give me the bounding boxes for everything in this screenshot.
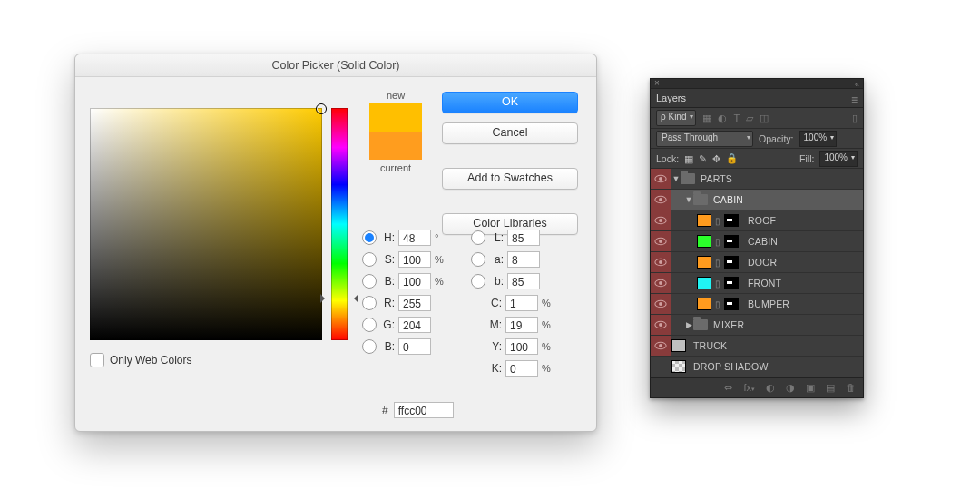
lock-all-icon[interactable]: 🔒: [726, 152, 738, 164]
dialog-title[interactable]: Color Picker (Solid Color): [75, 54, 596, 77]
only-web-colors-checkbox[interactable]: [90, 353, 104, 367]
input-g[interactable]: 204: [398, 317, 431, 333]
svg-point-3: [659, 198, 662, 201]
input-r[interactable]: 255: [398, 295, 431, 311]
disclosure-triangle[interactable]: ▼: [684, 195, 693, 204]
radio-g[interactable]: [362, 318, 377, 332]
input-l[interactable]: 85: [507, 230, 540, 246]
current-color-swatch[interactable]: [369, 132, 422, 160]
radio-a[interactable]: [471, 252, 485, 267]
fx-icon[interactable]: fx▾: [743, 382, 755, 394]
panel-grip[interactable]: × «: [651, 79, 863, 89]
lock-transparent-icon[interactable]: ▦: [684, 153, 693, 164]
input-bc[interactable]: 0: [398, 338, 431, 355]
hex-label: #: [382, 404, 388, 416]
radio-bv[interactable]: [362, 274, 377, 289]
close-icon[interactable]: ×: [654, 78, 660, 88]
visibility-toggle[interactable]: [651, 315, 671, 335]
layer-row[interactable]: ▼PARTS: [651, 169, 863, 190]
layer-row[interactable]: TRUCK: [651, 336, 863, 357]
collapse-icon[interactable]: «: [855, 80, 859, 89]
filter-toggle-icon[interactable]: ▯: [852, 113, 858, 124]
layers-panel: × « Layers ≡ ρ Kind ▦ ◐ T ▱ ◫ ▯ Pass Thr…: [650, 78, 864, 398]
layer-row[interactable]: ▯ROOF: [651, 210, 863, 231]
saturation-brightness-field[interactable]: [90, 108, 322, 340]
lock-position-icon[interactable]: ✥: [712, 153, 720, 164]
hue-slider[interactable]: [331, 108, 348, 340]
link-icon: ▯: [715, 279, 720, 289]
visibility-toggle[interactable]: [651, 273, 671, 293]
layer-row[interactable]: ▯BUMPER: [651, 294, 863, 315]
layer-name[interactable]: ROOF: [748, 215, 776, 226]
link-layers-icon[interactable]: ⇔: [724, 382, 732, 394]
blend-mode-dropdown[interactable]: Pass Through: [656, 131, 753, 147]
filter-adjust-icon[interactable]: ◐: [718, 113, 727, 124]
layer-row[interactable]: ▼CABIN: [651, 190, 863, 210]
visibility-toggle[interactable]: [651, 252, 671, 272]
color-cursor[interactable]: [316, 103, 327, 114]
layer-name[interactable]: CABIN: [748, 236, 778, 247]
layer-name[interactable]: FRONT: [748, 278, 781, 289]
radio-h[interactable]: [362, 230, 377, 245]
input-a[interactable]: 8: [507, 251, 540, 268]
visibility-toggle[interactable]: [651, 231, 671, 251]
layer-row[interactable]: ▯CABIN: [651, 231, 863, 252]
visibility-toggle[interactable]: [651, 336, 671, 356]
disclosure-triangle[interactable]: ▶: [684, 320, 693, 329]
layer-thumb: [671, 339, 686, 352]
input-b[interactable]: 85: [507, 273, 540, 289]
radio-b[interactable]: [471, 274, 485, 289]
layer-name[interactable]: DROP SHADOW: [693, 361, 769, 372]
filter-pixel-icon[interactable]: ▦: [702, 113, 711, 124]
folder-icon: [693, 194, 708, 205]
trash-icon[interactable]: 🗑: [846, 382, 856, 394]
visibility-toggle[interactable]: [651, 190, 671, 210]
filter-type-icon[interactable]: T: [733, 113, 740, 123]
hex-input[interactable]: ffcc00: [394, 402, 454, 418]
filter-shape-icon[interactable]: ▱: [746, 113, 753, 124]
input-s[interactable]: 100: [398, 251, 431, 268]
layer-name[interactable]: TRUCK: [693, 340, 727, 351]
mask-icon[interactable]: ◐: [766, 382, 775, 394]
input-c[interactable]: 1: [505, 295, 538, 311]
opacity-input[interactable]: 100%: [799, 131, 838, 147]
layer-name[interactable]: MIXER: [713, 319, 744, 330]
svg-point-11: [659, 281, 662, 285]
visibility-toggle[interactable]: [651, 357, 671, 377]
layer-row[interactable]: ▯DOOR: [651, 252, 863, 273]
layer-row[interactable]: DROP SHADOW: [651, 357, 863, 377]
filter-kind-dropdown[interactable]: ρ Kind: [656, 110, 696, 126]
lock-pixels-icon[interactable]: ✎: [699, 153, 707, 164]
filter-smart-icon[interactable]: ◫: [760, 113, 769, 124]
layer-name[interactable]: CABIN: [713, 194, 743, 205]
radio-s[interactable]: [362, 252, 377, 267]
input-k[interactable]: 0: [505, 360, 538, 377]
radio-r[interactable]: [362, 296, 377, 310]
ok-button[interactable]: OK: [442, 92, 578, 113]
fill-input[interactable]: 100%: [819, 151, 858, 167]
visibility-toggle[interactable]: [651, 169, 671, 189]
input-y[interactable]: 100: [505, 338, 538, 355]
layer-row[interactable]: ▯FRONT: [651, 273, 863, 294]
cancel-button[interactable]: Cancel: [442, 122, 578, 144]
add-to-swatches-button[interactable]: Add to Swatches: [442, 168, 578, 190]
new-color-swatch[interactable]: [369, 103, 422, 132]
svg-point-7: [659, 240, 662, 243]
visibility-toggle[interactable]: [651, 294, 671, 314]
panel-menu-icon[interactable]: ≡: [851, 91, 858, 109]
layers-tab[interactable]: Layers ≡: [651, 89, 863, 108]
layer-name[interactable]: PARTS: [701, 173, 732, 184]
input-h[interactable]: 48: [398, 230, 431, 246]
adjustment-icon[interactable]: ◑: [786, 382, 795, 394]
new-layer-icon[interactable]: ▤: [826, 382, 835, 394]
visibility-toggle[interactable]: [651, 210, 671, 230]
radio-l[interactable]: [471, 230, 485, 245]
disclosure-triangle[interactable]: ▼: [671, 174, 681, 183]
layer-name[interactable]: BUMPER: [748, 298, 789, 309]
layer-name[interactable]: DOOR: [748, 257, 777, 268]
radio-bc[interactable]: [362, 339, 377, 354]
layer-row[interactable]: ▶MIXER: [651, 315, 863, 336]
input-bv[interactable]: 100: [398, 273, 431, 289]
input-m[interactable]: 19: [505, 317, 538, 333]
group-icon[interactable]: ▣: [806, 382, 815, 394]
